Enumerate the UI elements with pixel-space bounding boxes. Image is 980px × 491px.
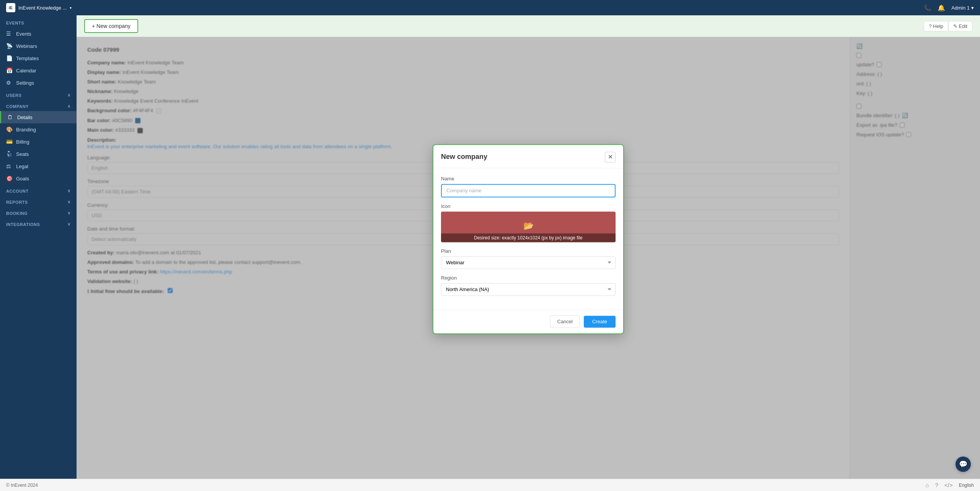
settings-icon: ⚙	[6, 80, 12, 86]
topbar-chevron-icon[interactable]: ▾	[70, 6, 72, 10]
inevent-logo: iE	[6, 3, 15, 12]
billing-icon: 💳	[6, 139, 12, 145]
sidebar-item-branding[interactable]: 🎨 Branding	[0, 123, 77, 136]
page-content: Code 07999 Company name: InEvent Knowled…	[77, 37, 980, 479]
icon-field-label: Icon	[441, 203, 616, 209]
new-company-modal: New company ✕ Name Icon 📂 Desired size: …	[433, 144, 624, 334]
topbar-left: iE InEvent Knowledge ... ▾	[6, 3, 72, 12]
bottom-bar-right: ⌂ ? </> English	[926, 482, 974, 488]
users-section-label: USERS	[6, 93, 21, 98]
plan-select[interactable]: Webinar Enterprise Starter	[441, 256, 616, 269]
main-layout: EVENTS ☰ Events 📡 Webinars 📄 Templates 📅…	[0, 15, 980, 479]
help-bottom-icon[interactable]: ?	[935, 482, 938, 488]
admin-label: Admin 1	[951, 5, 970, 11]
chat-icon: 💬	[959, 460, 967, 468]
bell-icon[interactable]: 🔔	[938, 4, 945, 11]
create-button[interactable]: Create	[584, 316, 616, 327]
sidebar-item-goals[interactable]: 🎯 Goals	[0, 172, 77, 185]
name-field-label: Name	[441, 176, 616, 182]
account-section-label: ACCOUNT	[6, 189, 29, 193]
modal-footer: Cancel Create	[433, 309, 623, 333]
sidebar-item-settings-label: Settings	[16, 80, 34, 86]
events-icon: ☰	[6, 31, 12, 37]
admin-chevron-icon: ▾	[971, 5, 974, 11]
sidebar-item-webinars[interactable]: 📡 Webinars	[0, 40, 77, 52]
modal-header: New company ✕	[433, 145, 623, 168]
bottom-bar: © InEvent 2024 ⌂ ? </> English	[0, 479, 980, 491]
copyright: © InEvent 2024	[6, 483, 38, 488]
integrations-section-toggle[interactable]: INTEGRATIONS ∨	[0, 218, 77, 229]
booking-section-label: BOOKING	[6, 211, 28, 216]
modal-title: New company	[441, 153, 487, 161]
sidebar-item-details-label: Details	[17, 115, 33, 120]
branding-icon: 🎨	[6, 126, 12, 133]
sidebar-item-calendar[interactable]: 📅 Calendar	[0, 64, 77, 77]
sidebar-item-seats[interactable]: 💺 Seats	[0, 148, 77, 160]
folder-icon: 📂	[523, 221, 534, 231]
legal-icon: ⚖	[6, 163, 12, 169]
modal-close-button[interactable]: ✕	[605, 152, 616, 162]
sidebar-item-events-label: Events	[16, 31, 31, 37]
company-name-input[interactable]	[441, 184, 616, 197]
home-icon[interactable]: ⌂	[926, 482, 929, 488]
company-section-label: COMPANY	[6, 104, 29, 109]
sidebar-item-legal[interactable]: ⚖ Legal	[0, 160, 77, 172]
edit-button[interactable]: ✎ Edit	[948, 21, 972, 31]
phone-icon[interactable]: 📞	[924, 4, 931, 11]
users-arrow-icon: ∧	[67, 93, 71, 98]
sidebar-item-settings[interactable]: ⚙ Settings	[0, 77, 77, 89]
reports-section-label: REPORTS	[6, 200, 28, 205]
sidebar-item-billing[interactable]: 💳 Billing	[0, 136, 77, 148]
account-arrow-icon: ∨	[67, 188, 71, 193]
sidebar: EVENTS ☰ Events 📡 Webinars 📄 Templates 📅…	[0, 15, 77, 479]
sidebar-item-templates-label: Templates	[16, 56, 39, 61]
language-selector[interactable]: English	[959, 483, 974, 488]
code-icon[interactable]: </>	[944, 482, 953, 488]
topbar-title: InEvent Knowledge ...	[18, 5, 67, 11]
details-icon: 🗒	[7, 114, 13, 120]
content-area: + New company ? Help ✎ Edit Code 07999 C…	[77, 15, 980, 479]
templates-icon: 📄	[6, 55, 12, 61]
users-section-toggle[interactable]: USERS ∧	[0, 89, 77, 100]
admin-menu[interactable]: Admin 1 ▾	[951, 5, 974, 11]
calendar-icon: 📅	[6, 67, 12, 74]
new-company-button[interactable]: + New company	[84, 19, 138, 33]
sidebar-item-templates[interactable]: 📄 Templates	[0, 52, 77, 64]
modal-body: Name Icon 📂 Desired size: exactly 1024x1…	[433, 168, 623, 309]
integrations-section-label: INTEGRATIONS	[6, 222, 40, 227]
company-section-toggle[interactable]: COMPANY ∧	[0, 100, 77, 111]
cancel-button[interactable]: Cancel	[550, 315, 580, 328]
plan-field-label: Plan	[441, 248, 616, 254]
goals-icon: 🎯	[6, 175, 12, 182]
booking-arrow-icon: ∨	[67, 211, 71, 216]
seats-icon: 💺	[6, 151, 12, 157]
sidebar-item-billing-label: Billing	[16, 139, 29, 145]
integrations-arrow-icon: ∨	[67, 222, 71, 227]
action-bar: + New company ? Help ✎ Edit	[77, 15, 980, 37]
help-button[interactable]: ? Help	[924, 21, 948, 31]
topbar-right: 📞 🔔 Admin 1 ▾	[924, 4, 974, 11]
sidebar-item-seats-label: Seats	[16, 151, 29, 157]
events-section-label: EVENTS	[0, 15, 77, 28]
company-arrow-icon: ∧	[67, 104, 71, 109]
sidebar-item-events[interactable]: ☰ Events	[0, 28, 77, 40]
region-select[interactable]: North America (NA) Europe (EU) Asia Paci…	[441, 283, 616, 296]
sidebar-item-goals-label: Goals	[16, 176, 29, 182]
reports-section-toggle[interactable]: REPORTS ∨	[0, 196, 77, 207]
sidebar-item-legal-label: Legal	[16, 164, 28, 169]
reports-arrow-icon: ∨	[67, 200, 71, 205]
booking-section-toggle[interactable]: BOOKING ∨	[0, 207, 77, 218]
sidebar-item-webinars-label: Webinars	[16, 43, 37, 49]
icon-upload-area[interactable]: 📂 Desired size: exactly 1024x1024 (px by…	[441, 211, 616, 242]
account-section-toggle[interactable]: ACCOUNT ∨	[0, 185, 77, 196]
chat-bubble[interactable]: 💬	[956, 457, 971, 472]
sidebar-item-branding-label: Branding	[16, 127, 36, 133]
region-field-label: Region	[441, 275, 616, 281]
sidebar-item-calendar-label: Calendar	[16, 68, 36, 74]
webinars-icon: 📡	[6, 43, 12, 49]
icon-upload-caption: Desired size: exactly 1024x1024 (px by p…	[474, 235, 582, 241]
topbar: iE InEvent Knowledge ... ▾ 📞 🔔 Admin 1 ▾	[0, 0, 980, 15]
sidebar-item-details[interactable]: 🗒 Details	[0, 111, 77, 123]
